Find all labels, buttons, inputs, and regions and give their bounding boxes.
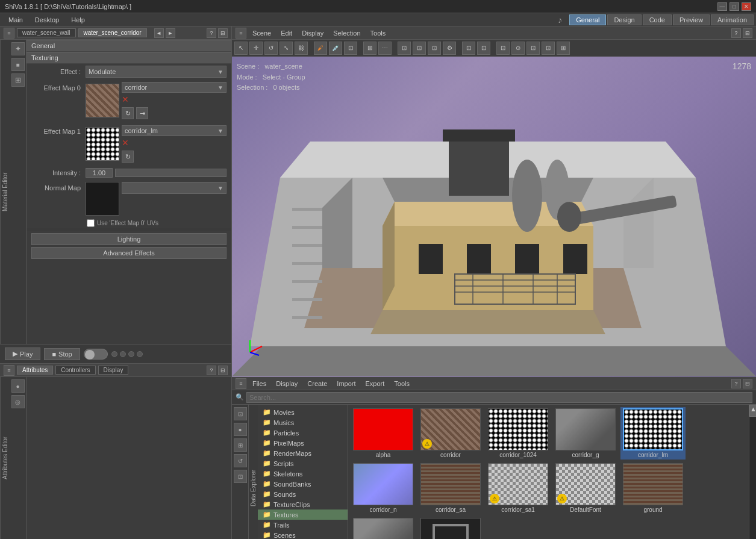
scene-icon-6[interactable]: ⊡ — [477, 42, 490, 55]
magnet-icon[interactable]: ⊡ — [344, 42, 357, 55]
de-menu-icon[interactable]: ⊟ — [743, 379, 752, 388]
texture-corridor-sa[interactable]: corridor_sa — [418, 462, 483, 514]
general-section-header[interactable]: General — [27, 40, 231, 52]
close-button[interactable]: ✕ — [742, 2, 751, 11]
texture-grid-scrollbar[interactable]: ▲ ▼ — [749, 405, 756, 539]
de-strip-icon-4[interactable]: ↺ — [234, 454, 247, 467]
tree-item-scripts[interactable]: 📁 Scripts — [258, 458, 348, 469]
mode-preview[interactable]: Preview — [673, 14, 710, 25]
minimize-button[interactable]: — — [717, 2, 727, 11]
tree-item-trails[interactable]: 📁 Trails — [258, 520, 348, 530]
use-effect-map-uvs-checkbox[interactable] — [87, 219, 95, 227]
stop-button[interactable]: ■ Stop — [44, 348, 80, 360]
de-menu-export[interactable]: Export — [362, 380, 389, 387]
render-icon-1[interactable]: ⊡ — [496, 42, 510, 55]
tree-item-sounds[interactable]: 📁 Sounds — [258, 489, 348, 499]
texturing-section-header[interactable]: Texturing — [27, 52, 231, 64]
de-menu-create[interactable]: Create — [304, 380, 331, 387]
tab-controllers[interactable]: Controllers — [55, 366, 95, 375]
normal-map-thumb[interactable] — [86, 182, 119, 216]
scene-menu-scene[interactable]: Scene — [249, 30, 275, 37]
em0-link-icon[interactable]: ⇥ — [136, 107, 148, 119]
scene-icon-3[interactable]: ⊡ — [428, 42, 441, 55]
effect-map-0-thumb[interactable] — [86, 84, 119, 117]
tab-water-scene-wall[interactable]: water_scene_wall — [17, 28, 76, 37]
de-menu-display[interactable]: Display — [272, 380, 301, 387]
render-icon-4[interactable]: ⊡ — [542, 42, 555, 55]
scene-menu-selection[interactable]: Selection — [330, 30, 364, 37]
eyedrop-icon[interactable]: 💉 — [329, 42, 342, 55]
arrow-left-icon[interactable]: ◄ — [154, 28, 164, 38]
menu-help[interactable]: Help — [65, 16, 91, 23]
mode-general[interactable]: General — [569, 14, 606, 25]
mat-menu-icon[interactable]: ⊟ — [218, 28, 228, 38]
scrollbar-up[interactable]: ▲ — [749, 405, 756, 417]
scene-menu-edit[interactable]: Edit — [277, 30, 296, 37]
em0-reload-icon[interactable]: ↻ — [122, 107, 134, 119]
tab-attributes[interactable]: Attributes — [17, 366, 53, 375]
scene-menu-icon[interactable]: ⊟ — [743, 28, 752, 38]
effect-map-0-delete[interactable]: ✕ — [122, 95, 226, 104]
grid-icon[interactable]: ⊞ — [363, 42, 376, 55]
de-menu-files[interactable]: Files — [249, 380, 270, 387]
attr-panel-icon[interactable]: ≡ — [4, 365, 14, 376]
texture-corridor-1024[interactable]: corridor_1024 — [486, 407, 551, 460]
effect-map-1-delete[interactable]: ✕ — [122, 138, 226, 148]
tree-item-soundbanks[interactable]: 📁 SoundBanks — [258, 479, 348, 489]
render-icon-5[interactable]: ⊞ — [557, 42, 570, 55]
de-strip-icon-2[interactable]: ● — [234, 423, 247, 436]
texture-ground-g[interactable]: ground_g — [351, 517, 416, 539]
scene-canvas[interactable]: Scene : water_scene Mode : Select - Grou… — [232, 57, 756, 377]
tab-water-scene-corridor[interactable]: water_scene_corridor — [78, 28, 147, 37]
mode-animation[interactable]: Animation — [711, 14, 754, 25]
select-tool-icon[interactable]: ↖ — [234, 42, 248, 55]
scene-icon-1[interactable]: ⊡ — [398, 42, 411, 55]
de-strip-icon-1[interactable]: ⊡ — [234, 407, 247, 420]
texture-corridor-lm[interactable]: corridor_lm — [620, 407, 686, 460]
mode-design[interactable]: Design — [607, 14, 641, 25]
intensity-value[interactable]: 1.00 — [86, 168, 113, 178]
normal-map-name[interactable]: ▼ — [122, 182, 226, 194]
attr-menu-icon[interactable]: ⊟ — [218, 366, 228, 375]
tree-item-movies[interactable]: 📁 Movies — [258, 407, 348, 417]
texture-corridor[interactable]: ⚠ corridor — [418, 407, 483, 460]
move-tool-icon[interactable]: ✛ — [249, 42, 263, 55]
de-question-icon[interactable]: ? — [731, 379, 741, 388]
mat-panel-icon[interactable]: ≡ — [4, 28, 14, 39]
tree-item-musics[interactable]: 📁 Musics — [258, 417, 348, 428]
texture-ground[interactable]: ground — [620, 462, 686, 514]
tree-item-textures[interactable]: 📁 Textures — [258, 509, 348, 520]
search-input[interactable] — [246, 392, 752, 403]
scene-icon-5[interactable]: ⊡ — [462, 42, 475, 55]
paint-icon[interactable]: 🖌 — [314, 42, 327, 55]
scene-panel-icon[interactable]: ≡ — [236, 28, 246, 39]
play-button[interactable]: ▶ Play — [5, 347, 40, 360]
menu-desktop[interactable]: Desktop — [29, 16, 65, 23]
attr-question-icon[interactable]: ? — [207, 366, 216, 375]
tree-item-skeletons[interactable]: 📁 Skeletons — [258, 469, 348, 479]
tree-item-rendermaps[interactable]: 📁 RenderMaps — [258, 448, 348, 458]
question-icon[interactable]: ? — [207, 28, 216, 38]
arrow-right-icon[interactable]: ► — [166, 28, 175, 38]
de-menu-tools[interactable]: Tools — [390, 380, 413, 387]
mat-icon-1[interactable]: ✦ — [11, 42, 25, 55]
advanced-effects-btn[interactable]: Advanced Effects — [31, 247, 226, 259]
tree-item-textureclips[interactable]: 📁 TextureClips — [258, 499, 348, 509]
de-strip-icon-5[interactable]: ⊡ — [234, 470, 247, 483]
scale-tool-icon[interactable]: ⤡ — [280, 42, 293, 55]
tree-item-scenes[interactable]: 📁 Scenes — [258, 530, 348, 539]
texture-corridor-sa1[interactable]: ⚠ corridor_sa1 — [486, 462, 551, 514]
scene-icon-4[interactable]: ⚙ — [443, 42, 456, 55]
effect-map-0-name[interactable]: corridor ▼ — [122, 82, 226, 93]
maximize-button[interactable]: □ — [729, 2, 739, 11]
mat-icon-3[interactable]: ⊞ — [11, 73, 25, 87]
tab-display[interactable]: Display — [98, 366, 129, 375]
scene-icon-2[interactable]: ⊡ — [413, 42, 426, 55]
scene-question-icon[interactable]: ? — [731, 28, 741, 38]
dots-icon[interactable]: ⋯ — [378, 42, 392, 55]
link-tool-icon[interactable]: ⛓ — [295, 42, 308, 55]
effect-map-1-thumb[interactable] — [86, 127, 119, 161]
de-menu-import[interactable]: Import — [333, 380, 359, 387]
intensity-slider[interactable] — [115, 169, 226, 177]
effect-dropdown[interactable]: Modulate ▼ — [86, 66, 226, 78]
